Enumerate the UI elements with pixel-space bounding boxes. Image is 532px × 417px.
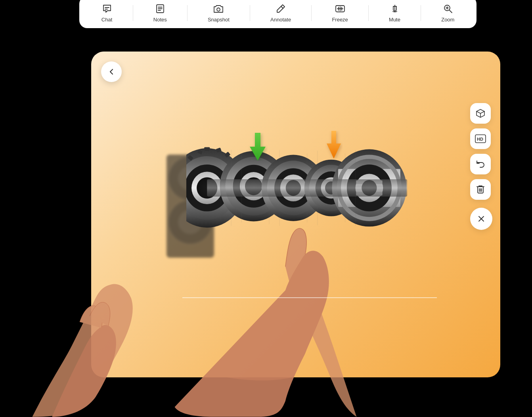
- svg-line-75: [449, 10, 452, 13]
- snapshot-icon: [213, 3, 224, 14]
- zoom-icon: [442, 3, 454, 14]
- divider-2: [187, 5, 188, 21]
- annotate-icon: [275, 3, 286, 14]
- zoom-label: Zoom: [441, 17, 454, 23]
- svg-marker-58: [250, 133, 266, 161]
- delete-button[interactable]: [470, 179, 491, 200]
- toolbar-item-mute[interactable]: Mute: [389, 3, 400, 23]
- tablet-card: [91, 52, 500, 377]
- snapshot-label: Snapshot: [208, 17, 230, 23]
- delete-icon: [476, 184, 485, 195]
- toolbar-item-notes[interactable]: Notes: [153, 3, 167, 23]
- svg-line-67: [281, 6, 283, 8]
- divider-6: [421, 5, 421, 21]
- freeze-label: Freeze: [332, 17, 348, 23]
- chevron-left-icon: [107, 68, 115, 76]
- mute-label: Mute: [389, 17, 400, 23]
- back-button[interactable]: [101, 61, 122, 82]
- close-button[interactable]: [470, 208, 492, 230]
- toolbar-item-freeze[interactable]: Freeze: [332, 3, 348, 23]
- toolbar: Chat Notes Snapshot: [79, 0, 477, 28]
- scene: Chat Notes Snapshot: [0, 0, 532, 417]
- toolbar-item-annotate[interactable]: Annotate: [270, 3, 291, 23]
- annotate-label: Annotate: [270, 17, 291, 23]
- chat-label: Chat: [101, 17, 112, 23]
- toolbar-item-chat[interactable]: Chat: [101, 3, 113, 23]
- divider-3: [250, 5, 250, 21]
- freeze-icon: [335, 3, 346, 14]
- chat-icon: [101, 3, 113, 14]
- divider-4: [311, 5, 312, 21]
- svg-point-66: [217, 8, 220, 11]
- svg-text:HD: HD: [477, 137, 483, 142]
- scan-line: [182, 297, 437, 298]
- green-arrow: [248, 133, 268, 162]
- undo-icon: [475, 159, 486, 169]
- divider-5: [368, 5, 369, 21]
- divider-1: [133, 5, 133, 21]
- undo-button[interactable]: [470, 154, 491, 174]
- right-tools: HD: [470, 103, 492, 230]
- hd-button[interactable]: HD: [470, 128, 491, 149]
- toolbar-item-snapshot[interactable]: Snapshot: [208, 3, 230, 23]
- notes-label: Notes: [153, 17, 167, 23]
- 3d-icon: [475, 108, 486, 119]
- svg-line-79: [477, 111, 480, 113]
- gear-assembly: [186, 119, 421, 257]
- orange-arrow: [325, 131, 343, 160]
- close-icon: [477, 214, 486, 223]
- notes-icon: [155, 3, 166, 14]
- svg-marker-59: [327, 131, 341, 159]
- svg-line-80: [480, 111, 484, 113]
- svg-rect-6: [204, 147, 210, 151]
- hd-icon: HD: [475, 134, 486, 143]
- toolbar-item-zoom[interactable]: Zoom: [441, 3, 454, 23]
- 3d-button[interactable]: [470, 103, 491, 124]
- mute-icon: [389, 3, 400, 14]
